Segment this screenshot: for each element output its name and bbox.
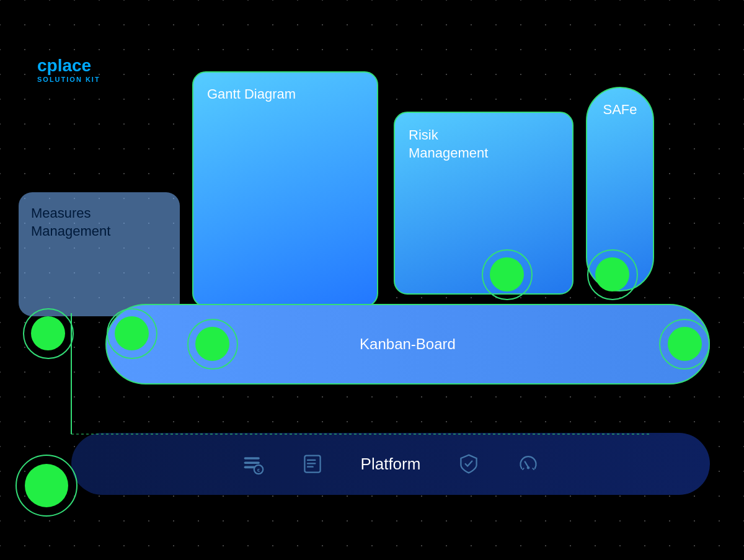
green-circle-far-left xyxy=(25,464,68,507)
gantt-diagram-box: Gantt Diagram xyxy=(192,71,378,307)
svg-point-9 xyxy=(527,466,530,469)
platform-label: Platform xyxy=(361,455,421,474)
green-circle-measures-right xyxy=(115,316,149,350)
logo-subtitle: SOLUTION KIT xyxy=(37,76,100,83)
risik-label: RisikManagement xyxy=(409,127,488,162)
green-circle-kanban-right xyxy=(668,327,702,361)
svg-rect-8 xyxy=(307,466,314,468)
green-circle-risik xyxy=(490,257,524,291)
safe-label: SAFe xyxy=(603,102,637,118)
platform-bar: € Platform xyxy=(71,433,710,495)
list-icon xyxy=(301,453,324,475)
green-circle-measures-left xyxy=(31,316,65,350)
measures-management-box: MeasuresManagement xyxy=(19,192,180,316)
logo-title: cplace xyxy=(37,56,100,76)
measures-label: MeasuresManagement xyxy=(31,205,110,240)
svg-rect-1 xyxy=(244,461,259,464)
svg-rect-2 xyxy=(244,466,255,469)
green-circle-safe xyxy=(595,257,629,291)
gantt-label: Gantt Diagram xyxy=(207,86,296,102)
logo: cplace SOLUTION KIT xyxy=(37,56,100,83)
green-circle-kanban-left xyxy=(195,327,229,361)
svg-text:€: € xyxy=(257,468,260,473)
svg-rect-0 xyxy=(244,457,259,460)
svg-rect-6 xyxy=(307,460,316,461)
speedometer-icon xyxy=(517,453,539,475)
svg-rect-7 xyxy=(307,463,316,464)
kanban-label: Kanban-Board xyxy=(360,336,456,353)
budget-icon: € xyxy=(242,453,264,475)
shield-check-icon xyxy=(458,453,480,475)
